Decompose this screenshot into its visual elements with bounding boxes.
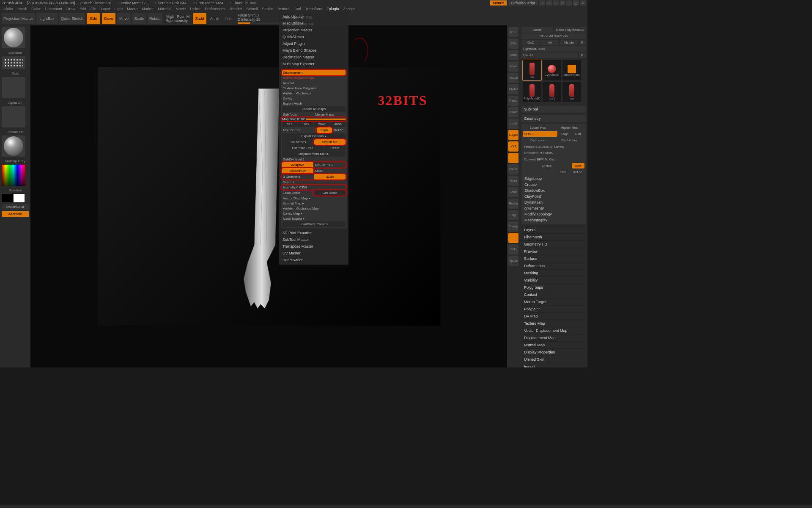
thumb-low[interactable]: low xyxy=(523,60,541,80)
section-vector-displacement-map[interactable]: Vector Displacement Map xyxy=(521,327,586,334)
strip-icon-18[interactable] xyxy=(508,233,518,243)
export-options-button[interactable]: Export Options ▸ xyxy=(282,133,346,139)
vector-disp-label[interactable]: Vector Displacement xyxy=(282,76,346,80)
section-masking[interactable]: Masking xyxy=(521,269,586,276)
close-icon[interactable]: × xyxy=(580,0,586,6)
strip-scale[interactable]: Scale xyxy=(508,187,518,197)
switch-color-button[interactable]: SwitchColor xyxy=(2,204,29,210)
map-border-label[interactable]: Map Border xyxy=(282,128,316,133)
del-lower-button[interactable]: Del Lower xyxy=(523,138,553,143)
menu-preferences[interactable]: Preferences xyxy=(205,7,225,11)
geo-claypolish[interactable]: ClayPolish xyxy=(523,193,584,199)
color-picker[interactable] xyxy=(2,165,25,186)
make-polymesh-button[interactable]: Make PolyMesh3D xyxy=(554,27,586,33)
lightbox-tools-button[interactable]: Lightbox▸Tools xyxy=(521,46,586,52)
smt-button[interactable]: Smt xyxy=(572,163,584,168)
multi-map-item[interactable]: Multi Map Exporter xyxy=(281,61,347,67)
restore-icon[interactable]: › xyxy=(546,0,552,6)
quick-sketch-button[interactable]: Quick Sketch xyxy=(59,13,85,24)
divide-button[interactable]: Divide xyxy=(523,163,571,168)
cavity-map-item[interactable]: Cavity Map ▸ xyxy=(282,211,346,216)
default-zscript[interactable]: DefaultZScript xyxy=(508,0,538,6)
strip-actual[interactable]: Actual xyxy=(508,73,518,83)
size-1024[interactable]: 1024 xyxy=(298,121,313,127)
file-names-button[interactable]: File names xyxy=(282,139,313,145)
strip-spix[interactable]: SPix xyxy=(508,39,518,49)
minus-icon[interactable]: − xyxy=(553,0,559,6)
vec-disp-map-item[interactable]: Vector Disp Map ▸ xyxy=(282,196,346,201)
get-scale-button[interactable]: Get Scale xyxy=(314,190,346,196)
strip-transp[interactable]: Transp xyxy=(508,221,518,232)
geometry-header[interactable]: Geometry xyxy=(521,115,586,122)
misc-utilities-item[interactable]: Misc Utilities xyxy=(281,20,347,26)
sdiv-slider[interactable]: SDiv 1 xyxy=(523,131,557,137)
del-higher-button[interactable]: Del Higher xyxy=(554,138,584,143)
mid-label[interactable]: Mid 0 xyxy=(314,168,346,173)
flipv-button[interactable]: FlipV xyxy=(317,127,332,133)
displacement-button[interactable]: Displacement xyxy=(282,70,346,75)
move-button[interactable]: Move xyxy=(117,13,131,24)
section-normal-map[interactable]: Normal Map xyxy=(521,341,586,348)
menu-stencil[interactable]: Stencil xyxy=(246,7,258,11)
thumb-low[interactable]: low xyxy=(562,82,581,102)
suv-button[interactable]: Suv xyxy=(557,169,569,175)
section-deformation[interactable]: Deformation xyxy=(521,262,586,269)
rotate-button[interactable]: Rotate xyxy=(148,13,162,24)
menu-brush[interactable]: Brush xyxy=(17,7,27,11)
menu-light[interactable]: Light xyxy=(115,7,123,11)
section-polygroups[interactable]: Polygroups xyxy=(521,284,586,291)
menu-zscript[interactable]: Zscript xyxy=(343,7,355,11)
stroke-swatch[interactable] xyxy=(2,56,25,69)
menu-file[interactable]: File xyxy=(91,7,97,11)
white-swatch[interactable] xyxy=(14,194,25,202)
subtools-label[interactable]: SubTools xyxy=(282,112,313,117)
strip-frame[interactable]: Frame xyxy=(508,164,518,174)
cage-button[interactable]: Cage xyxy=(558,131,571,137)
strip-zoom[interactable]: Zoom xyxy=(508,61,518,72)
menu-material[interactable]: Material xyxy=(158,7,171,11)
square-icon[interactable]: □ xyxy=(560,0,565,6)
freeze-subdiv-button[interactable]: Freeze SubDivision Levels xyxy=(523,144,584,149)
draw-button[interactable]: Draw xyxy=(102,13,115,24)
goz-button[interactable]: GoZ xyxy=(521,40,540,45)
ambient-occ-label[interactable]: Ambient Occlusion xyxy=(282,91,346,96)
menu-marker[interactable]: Marker xyxy=(142,7,154,11)
size-2048[interactable]: 2048 xyxy=(314,121,329,127)
clone-button[interactable]: Clone xyxy=(521,27,553,33)
scale-1-label[interactable]: Scale 1 xyxy=(282,180,346,185)
geo-edgeloop[interactable]: EdgeLoop xyxy=(523,176,584,182)
menu-alpha[interactable]: Alpha xyxy=(3,7,13,11)
strip-move[interactable]: Move xyxy=(508,176,518,186)
reuv-label[interactable]: ReUV xyxy=(333,128,346,133)
all-button[interactable]: All xyxy=(540,40,559,45)
strip-floor[interactable]: Floor xyxy=(508,107,518,117)
deactivation-item[interactable]: Deactivation xyxy=(281,257,347,263)
adaptive-button[interactable]: Adaptive xyxy=(282,162,313,168)
create-all-maps-button[interactable]: Create All Maps xyxy=(282,106,346,112)
clone-all-button[interactable]: Clone All SubTools xyxy=(521,33,586,39)
normal-label[interactable]: Normal xyxy=(282,81,346,86)
reconstruct-button[interactable]: Reconstruct Subdiv xyxy=(523,150,584,156)
convert-bpr-button[interactable]: Convert BPR To Geo xyxy=(523,157,584,162)
strip-l.sym[interactable]: L.Sym xyxy=(508,130,518,140)
strip-local[interactable]: Local xyxy=(508,119,518,129)
menu-tool[interactable]: Tool xyxy=(294,7,301,11)
section-texture-map[interactable]: Texture Map xyxy=(521,320,586,327)
menu-picker[interactable]: Picker xyxy=(190,7,200,11)
minimize-icon[interactable]: ‹ xyxy=(539,0,545,6)
dpsubpix-label[interactable]: DpSubPix 1 xyxy=(314,163,346,167)
r2-button[interactable]: R xyxy=(579,52,586,58)
3channels-label[interactable]: 3 Channels xyxy=(282,174,313,179)
decimation-item[interactable]: Decimation Master xyxy=(281,54,347,60)
texture-swatch[interactable] xyxy=(2,106,25,127)
adjust-plugin-item[interactable]: Adjust Plugin xyxy=(281,41,347,47)
menu-layer[interactable]: Layer xyxy=(101,7,110,11)
estimate-time-button[interactable]: Estimate Time xyxy=(282,145,323,151)
geo-shadowbox[interactable]: ShadowBox xyxy=(523,188,584,193)
menu-zplugin[interactable]: Zplugin xyxy=(326,7,339,11)
strip-xpose[interactable]: Xpose xyxy=(508,256,518,266)
menu-stroke[interactable]: Stroke xyxy=(262,7,273,11)
displacement-map-button[interactable]: Displacement Map ▸ xyxy=(282,151,346,157)
strip-scroll[interactable]: Scroll xyxy=(508,50,518,60)
rstr-button[interactable]: Rstr xyxy=(572,131,584,137)
